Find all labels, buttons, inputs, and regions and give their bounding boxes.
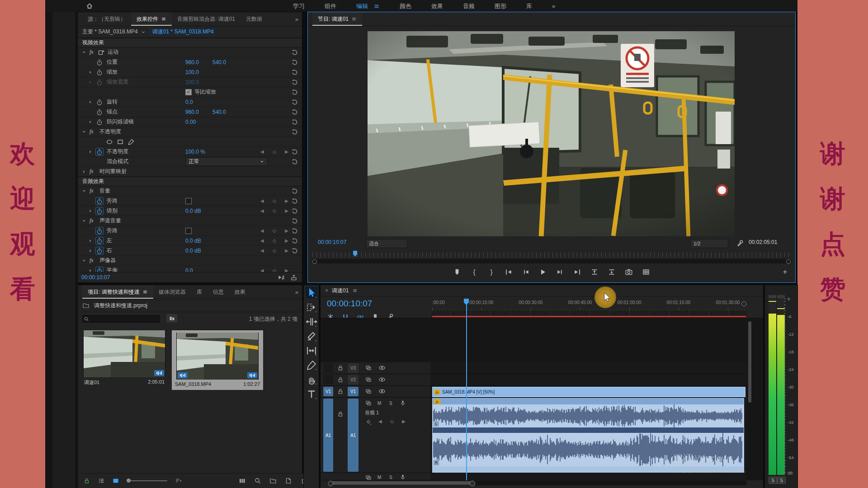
track-header-V2[interactable]: V2 [321, 374, 430, 386]
selection-tool[interactable] [306, 287, 317, 299]
mark-out-button[interactable]: } [487, 268, 495, 276]
property-value[interactable]: 100.0 [185, 79, 199, 85]
reset-parameter-icon[interactable] [291, 227, 298, 235]
lift-button[interactable] [590, 268, 599, 276]
zoom-handle-icon[interactable] [741, 301, 746, 306]
new-bin-icon[interactable] [269, 477, 277, 484]
reset-parameter-icon[interactable] [291, 207, 298, 215]
twirl-closed-icon[interactable] [81, 168, 87, 175]
track-output-eye-icon[interactable] [378, 376, 386, 383]
property-value[interactable]: 100.0 [185, 69, 199, 75]
effect-controls-tab[interactable]: 音频剪辑混合器: 调速01 [172, 12, 241, 26]
audio-clip[interactable]: fxLR [432, 398, 744, 473]
effect-timecode[interactable]: 00:00:10:07 [81, 274, 110, 281]
reset-parameter-icon[interactable] [291, 148, 298, 155]
property-value[interactable]: 0.0 dB [185, 238, 201, 244]
panel-menu-icon[interactable] [161, 16, 166, 22]
solo-left-button[interactable]: S [769, 477, 777, 484]
workspace-tab-效果[interactable]: 效果 [431, 2, 443, 10]
play-button[interactable] [539, 268, 547, 276]
workspace-tab-音频[interactable]: 音频 [463, 2, 475, 10]
tab-overflow-icon[interactable]: » [295, 16, 298, 23]
checkbox[interactable] [185, 198, 192, 204]
reset-parameter-icon[interactable] [291, 69, 298, 76]
panel-menu-icon[interactable] [352, 288, 358, 293]
chevron-down-icon[interactable] [141, 29, 146, 35]
clip-name[interactable]: 调速01 [84, 379, 99, 386]
workspace-tab-图形[interactable]: 图形 [495, 2, 506, 10]
go-to-in-button[interactable] [505, 268, 513, 276]
property-value[interactable]: 100.0 % [185, 149, 205, 155]
checkbox[interactable] [185, 228, 192, 234]
master-clip-label[interactable]: 主要 * SAM_0318.MP4 [82, 28, 138, 36]
twirl-closed-icon[interactable] [88, 207, 93, 215]
export-frame-button[interactable] [625, 268, 633, 276]
project-filename[interactable]: 调整快速和慢速.prproj [94, 302, 147, 310]
track-target-A1[interactable]: A1 [348, 399, 359, 472]
slip-tool[interactable] [306, 345, 317, 357]
property-value[interactable]: 0.0 [185, 99, 193, 105]
workspace-tab-编辑[interactable]: 编辑 [356, 2, 368, 10]
button-editor-button[interactable] [642, 268, 650, 276]
track-content-A2[interactable] [430, 473, 747, 480]
mark-in-button[interactable]: { [470, 268, 478, 276]
timeline-workarea[interactable] [430, 310, 747, 316]
keyframe-nav[interactable]: ◀◇▶ [260, 198, 288, 203]
property-value[interactable]: 540.0 [212, 59, 226, 66]
reset-parameter-icon[interactable] [291, 89, 298, 96]
clip-thumbnail[interactable] [176, 333, 259, 380]
twirl-open-icon[interactable] [81, 128, 87, 136]
track-target-V3[interactable]: V3 [348, 363, 359, 373]
clip-thumbnail[interactable] [83, 330, 165, 377]
keyframe-nav[interactable]: ◀◇▶ [260, 208, 288, 213]
list-view-icon[interactable] [98, 477, 105, 484]
reset-parameter-icon[interactable] [291, 197, 298, 205]
effect-controls-tab[interactable]: 效果控件 [131, 12, 172, 26]
workspace-tab-颜色[interactable]: 颜色 [400, 2, 411, 10]
twirl-closed-icon[interactable] [88, 237, 93, 244]
menu-overflow-icon[interactable]: » [552, 3, 555, 9]
effect-controls-tab[interactable]: 源：（无剪辑） [82, 12, 131, 26]
mute-button[interactable]: M [377, 401, 381, 406]
lock-icon[interactable] [337, 364, 344, 371]
track-content-V3[interactable] [430, 362, 747, 374]
twirl-open-icon[interactable] [81, 49, 87, 56]
program-video-frame[interactable] [368, 31, 735, 236]
lock-icon[interactable] [337, 376, 344, 383]
project-tab[interactable]: 媒体浏览器 [153, 285, 191, 299]
track-header-V3[interactable]: V3 [321, 362, 430, 374]
workspace-tab-学习[interactable]: 学习 [293, 2, 305, 10]
blend-mode-dropdown[interactable]: 正常 [185, 157, 268, 166]
type-tool[interactable] [306, 388, 317, 400]
timeline-playhead[interactable] [466, 299, 467, 480]
export-icon[interactable] [290, 274, 297, 281]
track-target-V1[interactable]: V1 [348, 387, 359, 396]
twirl-closed-icon[interactable] [88, 247, 93, 254]
clip-name[interactable]: SAM_0318.MP4 [175, 381, 211, 387]
reset-parameter-icon[interactable] [291, 108, 298, 116]
property-value[interactable]: 0.0 dB [185, 208, 201, 214]
mask-ellipse-icon[interactable] [106, 138, 113, 145]
lock-icon[interactable] [337, 388, 344, 395]
twirl-closed-icon[interactable] [88, 79, 93, 86]
panel-menu-icon[interactable] [351, 16, 357, 22]
stopwatch-icon[interactable] [96, 197, 103, 205]
add-marker-button[interactable] [453, 268, 461, 276]
property-value[interactable]: 0.0 dB [185, 248, 201, 254]
extract-button[interactable] [608, 268, 616, 276]
project-tab[interactable]: 效果 [229, 285, 251, 299]
track-target-V2[interactable]: V2 [348, 375, 359, 385]
keyframe-nav[interactable]: ◀◇▶ [260, 238, 288, 243]
sync-lock-icon[interactable] [365, 474, 372, 481]
checkbox[interactable]: ✓ [185, 89, 192, 95]
property-value[interactable]: 540.0 [212, 109, 226, 115]
project-writable-icon[interactable] [83, 477, 90, 484]
sequence-clip-label[interactable]: 调速01 * SAM_0318.MP4 [149, 28, 217, 36]
sync-lock-icon[interactable] [365, 376, 372, 383]
new-item-icon[interactable] [285, 477, 292, 484]
reset-parameter-icon[interactable] [291, 128, 298, 136]
track-select-forward-tool[interactable] [306, 301, 317, 313]
track-content-A1[interactable]: fxLR [430, 398, 747, 473]
hand-tool[interactable] [306, 374, 317, 385]
stopwatch-icon[interactable] [96, 59, 103, 66]
